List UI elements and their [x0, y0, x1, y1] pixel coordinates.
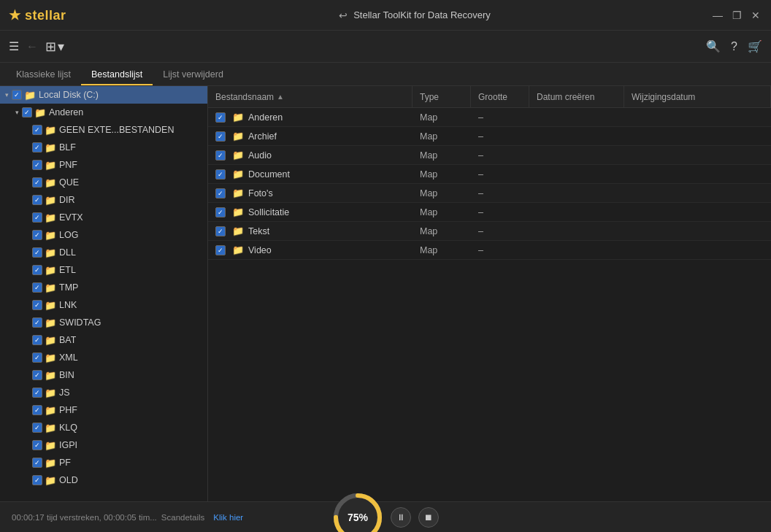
tree-checkbox-anderen[interactable] [22, 107, 32, 117]
tree-checkbox-geen-exte[interactable] [32, 125, 42, 135]
hamburger-button[interactable]: ☰ [9, 39, 19, 53]
file-checkbox-6[interactable] [215, 226, 226, 236]
tree-item-phf[interactable]: ▾ 📁 PHF [0, 401, 207, 419]
col-header-size[interactable]: Grootte [471, 86, 529, 107]
status-bar: 00:00:17 tijd verstreken, 00:00:05 tim..… [0, 501, 771, 532]
close-button[interactable]: ✕ [749, 9, 762, 22]
tree-item-que[interactable]: ▾ 📁 QUE [0, 174, 207, 191]
tree-checkbox-pf[interactable] [32, 458, 42, 468]
search-button[interactable]: 🔍 [706, 39, 721, 53]
file-folder-icon-7: 📁 [232, 244, 244, 255]
table-row[interactable]: 📁 Archief Map – [208, 127, 771, 146]
file-col-name: 📁 Document [208, 165, 413, 183]
col-header-date-modified[interactable]: Wijzigingsdatum [624, 86, 771, 107]
tree-item-js[interactable]: ▾ 📁 JS [0, 384, 207, 401]
tree-item-igpi[interactable]: ▾ 📁 IGPI [0, 436, 207, 454]
tree-checkbox-etl[interactable] [32, 265, 42, 275]
tree-item-bin[interactable]: ▾ 📁 BIN [0, 366, 207, 384]
tree-checkbox-tmp[interactable] [32, 282, 42, 293]
tree-item-evtx[interactable]: ▾ 📁 EVTX [0, 209, 207, 226]
file-checkbox-3[interactable] [215, 169, 226, 180]
table-row[interactable]: 📁 Document Map – [208, 165, 771, 184]
tree-checkbox-bin[interactable] [32, 370, 42, 380]
tree-checkbox-pnf[interactable] [32, 160, 42, 170]
file-col-size-4: – [471, 184, 529, 202]
tree-label-dir: DIR [59, 195, 75, 205]
back-button[interactable]: ← [26, 40, 38, 53]
table-row[interactable]: 📁 Foto's Map – [208, 184, 771, 203]
tree-item-dir[interactable]: ▾ 📁 DIR [0, 191, 207, 209]
tree-item-xml[interactable]: ▾ 📁 XML [0, 349, 207, 366]
tree-item-lnk[interactable]: ▾ 📁 LNK [0, 296, 207, 314]
pause-button[interactable]: ⏸ [391, 507, 411, 528]
file-checkbox-1[interactable] [215, 131, 226, 142]
file-folder-icon-1: 📁 [232, 131, 244, 142]
tree-item-dll[interactable]: ▾ 📁 DLL [0, 244, 207, 261]
tree-item-pnf[interactable]: ▾ 📁 PNF [0, 156, 207, 174]
file-folder-icon-0: 📁 [232, 112, 244, 123]
tree-checkbox-js[interactable] [32, 388, 42, 398]
table-row[interactable]: 📁 Video Map – [208, 241, 771, 260]
tree-item-log[interactable]: ▾ 📁 LOG [0, 226, 207, 244]
tab-klassieke[interactable]: Klassieke lijst [6, 65, 81, 85]
tree-item-tmp[interactable]: ▾ 📁 TMP [0, 279, 207, 296]
minimize-button[interactable]: — [711, 9, 724, 22]
file-checkbox-4[interactable] [215, 188, 226, 198]
col-type-label: Type [420, 92, 439, 102]
file-folder-icon-5: 📁 [232, 207, 244, 217]
table-row[interactable]: 📁 Anderen Map – [208, 108, 771, 127]
file-checkbox-0[interactable] [215, 112, 226, 123]
tree-item-pf[interactable]: ▾ 📁 PF [0, 454, 207, 471]
stop-button[interactable]: ⏹ [418, 507, 439, 528]
window-controls: — ❐ ✕ [704, 9, 762, 22]
tree-checkbox-log[interactable] [32, 230, 42, 240]
tree-item-blf[interactable]: ▾ 📁 BLF [0, 139, 207, 156]
tree-checkbox-blf[interactable] [32, 142, 42, 153]
tree-checkbox-dll[interactable] [32, 247, 42, 258]
tree-checkbox-klq[interactable] [32, 423, 42, 433]
folder-icon-pf: 📁 [45, 458, 56, 469]
tree-item-swidtag[interactable]: ▾ 📁 SWIDTAG [0, 314, 207, 331]
folder-icon-xml: 📁 [45, 352, 56, 363]
help-button[interactable]: ? [731, 40, 737, 53]
tab-bestands[interactable]: Bestandslijst [81, 65, 153, 85]
file-col-type-3: Map [413, 165, 471, 183]
file-checkbox-2[interactable] [215, 150, 226, 161]
col-header-type[interactable]: Type [413, 86, 471, 107]
tree-checkbox-lnk[interactable] [32, 300, 42, 310]
tree-item-local-disk[interactable]: ▾ 📁 Local Disk (C:) [0, 86, 207, 104]
col-header-date-created[interactable]: Datum creëren [529, 86, 624, 107]
tree-checkbox-que[interactable] [32, 177, 42, 188]
folder-icon-anderen: 📁 [34, 107, 46, 118]
tree-checkbox-old[interactable] [32, 475, 42, 485]
tree-checkbox-xml[interactable] [32, 352, 42, 363]
tree-item-geen-exte[interactable]: ▾ 📁 GEEN EXTE...BESTANDEN [0, 121, 207, 139]
tree-label-anderen: Anderen [49, 107, 83, 117]
tree-checkbox-local-disk[interactable] [12, 90, 22, 100]
cart-button[interactable]: 🛒 [748, 39, 762, 53]
tree-checkbox-dir[interactable] [32, 195, 42, 205]
table-row[interactable]: 📁 Tekst Map – [208, 222, 771, 241]
table-row[interactable]: 📁 Sollicitatie Map – [208, 203, 771, 222]
tree-checkbox-evtx[interactable] [32, 212, 42, 223]
scan-link[interactable]: Klik hier [213, 513, 243, 522]
tree-item-etl[interactable]: ▾ 📁 ETL [0, 261, 207, 279]
tree-item-bat[interactable]: ▾ 📁 BAT [0, 331, 207, 349]
tree-item-klq[interactable]: ▾ 📁 KLQ [0, 419, 207, 436]
folder-icon-log: 📁 [45, 230, 56, 241]
col-header-name[interactable]: Bestandsnaam ▲ [208, 86, 413, 107]
tree-checkbox-bat[interactable] [32, 335, 42, 345]
tree-item-anderen[interactable]: ▾ 📁 Anderen [0, 104, 207, 121]
file-checkbox-7[interactable] [215, 245, 226, 255]
maximize-button[interactable]: ❐ [730, 9, 743, 22]
tree-item-old[interactable]: ▾ 📁 OLD [0, 471, 207, 489]
tree-checkbox-phf[interactable] [32, 405, 42, 415]
file-col-date-modified-7 [624, 241, 771, 259]
file-checkbox-5[interactable] [215, 207, 226, 217]
table-row[interactable]: 📁 Audio Map – [208, 146, 771, 165]
tree-checkbox-swidtag[interactable] [32, 317, 42, 328]
tree-checkbox-igpi[interactable] [32, 440, 42, 450]
tab-lijst[interactable]: Lijst verwijderd [153, 65, 234, 85]
view-toggle-button[interactable]: ⊞ ▾ [45, 39, 64, 55]
title-bar-center: ↩ Stellar ToolKit for Data Recovery [126, 9, 704, 21]
